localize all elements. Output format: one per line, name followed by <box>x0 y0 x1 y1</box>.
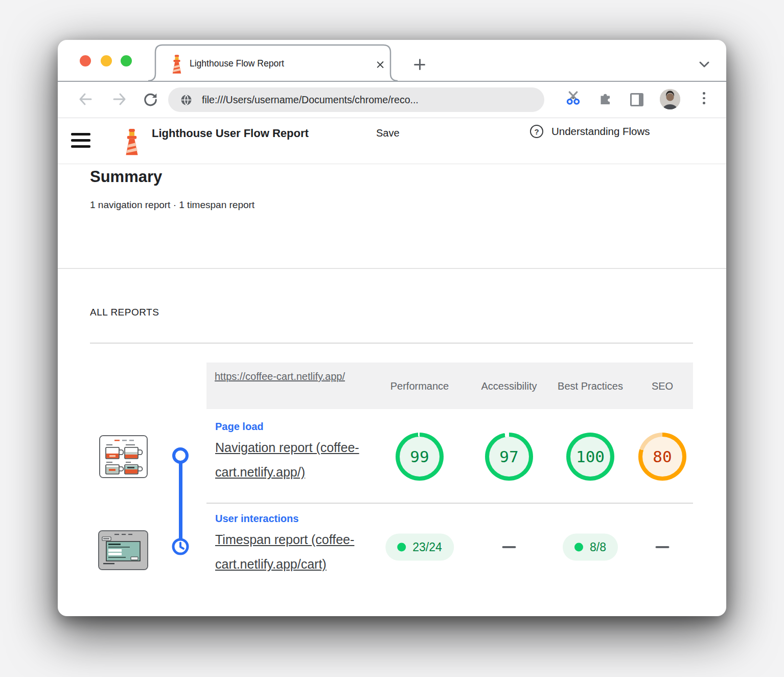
summary-subtitle: 1 navigation report · 1 timespan report <box>90 199 255 211</box>
audit-ratio-value: 23/24 <box>412 540 442 554</box>
navigation-report-link[interactable]: Navigation report (coffee-cart.netlify.a… <box>215 435 400 484</box>
column-header-accessibility: Accessibility <box>466 379 552 394</box>
avatar-photo <box>660 89 680 109</box>
not-applicable-dash-icon <box>502 546 516 548</box>
timespan-report-thumbnail <box>98 530 148 570</box>
site-globe-icon[interactable] <box>180 94 192 106</box>
column-header-performance: Performance <box>376 379 463 394</box>
understanding-flows-link[interactable]: ? Understanding Flows <box>530 125 650 138</box>
column-header-seo: SEO <box>639 379 685 394</box>
audit-ratio-badge: 8/8 <box>563 534 618 561</box>
side-panel-icon[interactable] <box>630 93 643 106</box>
score-cell: 80 <box>638 433 686 481</box>
traffic-light-zoom[interactable] <box>121 55 132 66</box>
extensions-puzzle-icon[interactable] <box>598 91 613 105</box>
navigation-step-icon <box>172 447 189 464</box>
score-cell: 97 <box>485 433 533 481</box>
flow-timeline-line <box>179 462 182 547</box>
score-value: 100 <box>570 437 610 477</box>
payment-modal-preview <box>99 531 147 569</box>
score-cell: 23/24 <box>385 534 454 561</box>
profile-avatar[interactable] <box>660 89 680 109</box>
app-header: Lighthouse User Flow Report Save ? Under… <box>58 118 726 164</box>
browser-toolbar: file:///Users/username/Documents/chrome/… <box>58 82 726 118</box>
timespan-clock-icon <box>172 538 189 555</box>
row-divider <box>206 503 693 504</box>
section-divider <box>58 268 726 269</box>
new-tab-button[interactable] <box>414 59 425 70</box>
timespan-report-link[interactable]: Timespan report (coffee-cart.netlify.app… <box>215 527 400 576</box>
score-gauge[interactable]: 97 <box>485 433 533 481</box>
score-gauge[interactable]: 80 <box>638 433 686 481</box>
audit-ratio-badge: 23/24 <box>385 534 454 561</box>
report-type-label: Page load <box>215 421 263 433</box>
audit-ratio-value: 8/8 <box>590 540 606 554</box>
forward-button[interactable] <box>112 92 128 106</box>
all-reports-heading: ALL REPORTS <box>90 307 159 318</box>
score-value: 80 <box>642 437 682 477</box>
tab-close-icon[interactable] <box>376 60 384 69</box>
url-text[interactable]: file:///Users/username/Documents/chrome/… <box>202 94 419 106</box>
tab-title: Lighthouse Flow Report <box>190 58 284 69</box>
pass-dot-icon <box>574 543 583 552</box>
site-url-link[interactable]: https://coffee-cart.netlify.app/ <box>215 368 353 385</box>
score-cell: 99 <box>396 433 444 481</box>
score-cell <box>656 546 670 548</box>
address-bar[interactable]: file:///Users/username/Documents/chrome/… <box>168 87 544 112</box>
tab-strip: Lighthouse Flow Report <box>58 40 726 82</box>
report-type-label: User interactions <box>215 513 298 525</box>
score-value: 99 <box>400 437 440 477</box>
help-icon: ? <box>530 125 543 138</box>
tab-search-chevron-icon[interactable] <box>698 60 710 69</box>
back-button[interactable] <box>77 92 93 106</box>
screenshot-scissors-icon[interactable] <box>566 91 581 105</box>
help-label: Understanding Flows <box>551 125 650 138</box>
reload-button[interactable] <box>143 92 158 107</box>
coffee-cart-page-preview <box>100 436 147 477</box>
score-cell: 8/8 <box>563 534 618 561</box>
not-applicable-dash-icon <box>656 546 670 548</box>
traffic-light-minimize[interactable] <box>101 55 112 66</box>
score-cell: 100 <box>566 433 614 481</box>
browser-menu-icon[interactable] <box>703 92 705 107</box>
lighthouse-logo-icon <box>121 128 143 155</box>
column-header-best-practices: Best Practices <box>556 379 625 394</box>
summary-title: Summary <box>90 168 162 186</box>
save-button[interactable]: Save <box>376 127 400 139</box>
browser-window: Lighthouse Flow Report file:///Users/use… <box>58 40 726 616</box>
menu-hamburger-icon[interactable] <box>71 133 90 148</box>
score-gauge[interactable]: 100 <box>566 433 614 481</box>
page-title: Lighthouse User Flow Report <box>152 127 309 140</box>
traffic-light-close[interactable] <box>80 55 91 66</box>
navigation-report-thumbnail <box>99 435 148 478</box>
score-cell <box>502 546 516 548</box>
reports-divider <box>90 343 693 344</box>
score-gauge[interactable]: 99 <box>396 433 444 481</box>
score-value: 97 <box>489 437 529 477</box>
pass-dot-icon <box>397 543 406 552</box>
lighthouse-favicon-icon <box>169 54 185 74</box>
